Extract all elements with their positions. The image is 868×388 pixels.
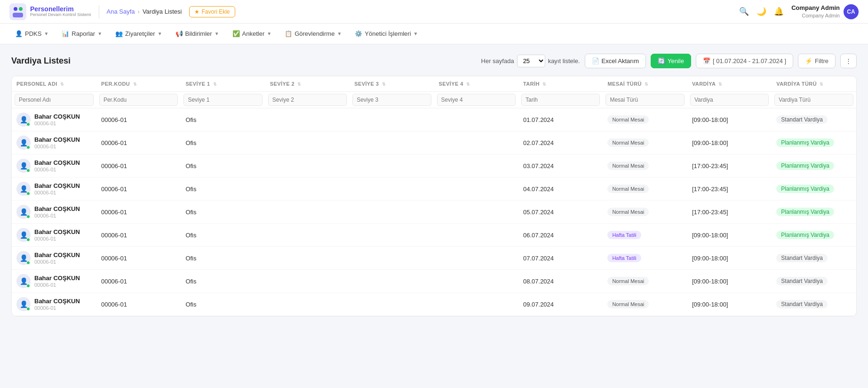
person-name: Bahar COŞKUN xyxy=(34,205,80,213)
mesai-badge: Normal Mesai xyxy=(607,185,649,193)
date-range-button[interactable]: 📅 [ 01.07.2024 - 21.07.2024 ] xyxy=(696,54,793,68)
cell-vardiya: [09:00-18:00] xyxy=(687,270,772,293)
filter-seviye2[interactable] xyxy=(268,94,347,106)
raporlar-icon: 📊 xyxy=(62,30,69,37)
cell-seviye3 xyxy=(350,131,434,154)
more-options-button[interactable]: ⋮ xyxy=(840,54,857,68)
cell-seviye4 xyxy=(434,178,518,201)
col-seviye2[interactable]: SEVİYE 2 ⇅ xyxy=(265,76,350,92)
excel-icon: 📄 xyxy=(592,57,599,65)
cell-mesai-turu: Hafta Tatili xyxy=(603,224,687,247)
avatar-wrap: 👤 xyxy=(16,297,31,311)
cell-vardiya: [09:00-18:00] xyxy=(687,131,772,154)
filter-label: Filtre xyxy=(815,57,828,65)
sort-icon: ⇅ xyxy=(213,82,217,87)
nav-ziyaretciler-label: Ziyaretçiler xyxy=(125,30,155,37)
col-vardiya[interactable]: VARDİYA ⇅ xyxy=(687,76,772,92)
mesai-badge: Normal Mesai xyxy=(607,277,649,285)
cell-seviye2 xyxy=(265,154,350,178)
table-row: 👤 Bahar COŞKUN 00006-01 00006-01 Ofis 09… xyxy=(12,293,856,316)
filter-row xyxy=(12,92,856,108)
avatar-wrap: 👤 xyxy=(16,274,31,288)
theme-icon[interactable]: 🌙 xyxy=(757,7,766,16)
filter-seviye1[interactable] xyxy=(183,94,262,106)
chevron-down-icon: ▼ xyxy=(414,31,418,36)
filter-per-kodu[interactable] xyxy=(99,94,178,106)
filter-seviye4[interactable] xyxy=(437,94,516,106)
filter-personel-adi[interactable] xyxy=(15,94,94,106)
cell-seviye3 xyxy=(350,108,434,131)
col-tarih[interactable]: TARİH ⇅ xyxy=(518,76,603,92)
online-indicator xyxy=(26,122,30,126)
vardiya-turu-badge: Standart Vardiya xyxy=(776,254,828,262)
cell-per-kodu: 00006-01 xyxy=(96,201,181,224)
online-indicator xyxy=(26,146,30,149)
table-row: 👤 Bahar COŞKUN 00006-01 00006-01 Ofis 08… xyxy=(12,270,856,293)
mesai-badge: Normal Mesai xyxy=(607,208,649,216)
cell-seviye2 xyxy=(265,247,350,270)
search-icon[interactable]: 🔍 xyxy=(739,7,749,16)
chevron-down-icon: ▼ xyxy=(97,31,102,36)
sort-icon: ⇅ xyxy=(820,82,823,87)
col-personel-adi[interactable]: PERSONEL ADI ⇅ xyxy=(12,76,96,92)
cell-vardiya-turu: Planlanmış Vardiya xyxy=(772,178,856,201)
cell-per-kodu: 00006-01 xyxy=(96,270,181,293)
notification-icon[interactable]: 🔔 xyxy=(774,7,784,16)
sort-icon: ⇅ xyxy=(60,82,64,87)
cell-seviye1: Ofis xyxy=(181,154,265,178)
nav-anketler[interactable]: ✅ Anketler ▼ xyxy=(227,27,278,40)
nav-pdks[interactable]: 👤 PDKS ▼ xyxy=(9,27,54,40)
avatar[interactable]: CA xyxy=(844,4,859,19)
excel-export-button[interactable]: 📄 Excel Aktarım xyxy=(585,54,646,68)
secondary-nav: 👤 PDKS ▼ 📊 Raporlar ▼ 👥 Ziyaretçiler ▼ 📢… xyxy=(0,24,868,44)
col-per-kodu[interactable]: PER.KODU ⇅ xyxy=(96,76,181,92)
main-content: Vardiya Listesi Her sayfada 25 50 100 ka… xyxy=(0,44,868,326)
col-mesai-turu[interactable]: MESAİ TÜRÜ ⇅ xyxy=(603,76,687,92)
cell-vardiya: [09:00-18:00] xyxy=(687,224,772,247)
person-name: Bahar COŞKUN xyxy=(34,275,80,282)
table-row: 👤 Bahar COŞKUN 00006-01 00006-01 Ofis 05… xyxy=(12,201,856,224)
filter-vardiya-turu[interactable] xyxy=(774,94,853,106)
filter-button[interactable]: ⚡ Filtre xyxy=(798,54,836,68)
nav-yonetici[interactable]: ⚙️ Yönetici İşlemleri ▼ xyxy=(349,27,423,40)
cell-personel-adi: 👤 Bahar COŞKUN 00006-01 xyxy=(12,293,96,316)
person-name: Bahar COŞKUN xyxy=(34,113,80,121)
cell-mesai-turu: Normal Mesai xyxy=(603,108,687,131)
avatar-wrap: 👤 xyxy=(16,228,31,242)
user-info: Company Admin Company Admin CA xyxy=(791,4,859,19)
cell-seviye2 xyxy=(265,270,350,293)
filter-vardiya[interactable] xyxy=(690,94,769,106)
cell-seviye3 xyxy=(350,178,434,201)
filter-seviye3[interactable] xyxy=(352,94,431,106)
cell-vardiya-turu: Standart Vardiya xyxy=(772,270,856,293)
refresh-button[interactable]: 🔄 Yenile xyxy=(651,54,691,68)
refresh-icon: 🔄 xyxy=(658,57,665,65)
star-icon: ★ xyxy=(194,8,199,15)
nav-ziyaretciler[interactable]: 👥 Ziyaretçiler ▼ xyxy=(110,27,167,40)
nav-gorevlendirme[interactable]: 📋 Görevlendirme ▼ xyxy=(279,27,347,40)
col-vardiya-turu[interactable]: VARDİYA TÜRÜ ⇅ xyxy=(772,76,856,92)
cell-seviye4 xyxy=(434,108,518,131)
filter-tarih[interactable] xyxy=(521,94,600,106)
table-row: 👤 Bahar COŞKUN 00006-01 00006-01 Ofis 04… xyxy=(12,178,856,201)
sort-icon: ⇅ xyxy=(382,82,386,87)
nav-bildirimler[interactable]: 📢 Bildirimler ▼ xyxy=(170,27,225,40)
col-seviye4[interactable]: SEVİYE 4 ⇅ xyxy=(434,76,518,92)
col-seviye1[interactable]: SEVİYE 1 ⇅ xyxy=(181,76,265,92)
cell-vardiya: [09:00-18:00] xyxy=(687,293,772,316)
person-code-sub: 00006-01 xyxy=(34,213,80,218)
favori-button[interactable]: ★ Favori Ekle xyxy=(189,6,235,17)
yonetici-icon: ⚙️ xyxy=(355,30,362,37)
person-name: Bahar COŞKUN xyxy=(34,251,80,259)
mesai-badge: Normal Mesai xyxy=(607,300,649,308)
per-page-select[interactable]: 25 50 100 xyxy=(517,55,545,67)
nav-gorevlendirme-label: Görevlendirme xyxy=(295,30,334,37)
col-seviye3[interactable]: SEVİYE 3 ⇅ xyxy=(350,76,434,92)
nav-raporlar[interactable]: 📊 Raporlar ▼ xyxy=(56,27,108,40)
person-code-sub: 00006-01 xyxy=(34,236,80,242)
topbar-right: 🔍 🌙 🔔 Company Admin Company Admin CA xyxy=(739,4,859,19)
filter-mesai-turu[interactable] xyxy=(605,94,685,106)
anketler-icon: ✅ xyxy=(232,30,240,37)
cell-personel-adi: 👤 Bahar COŞKUN 00006-01 xyxy=(12,178,96,201)
breadcrumb-home[interactable]: Ana Sayfa xyxy=(107,8,135,15)
